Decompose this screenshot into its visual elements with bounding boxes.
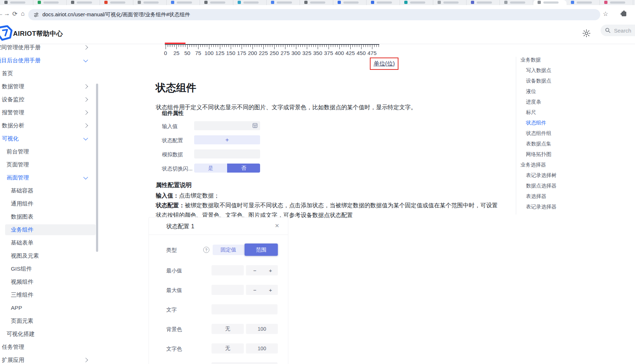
browser-tab[interactable]	[300, 0, 333, 5]
ruler-tick	[322, 45, 322, 47]
sidebar-item[interactable]: 设备监控	[0, 93, 101, 106]
sidebar-item[interactable]: 页面管理	[0, 158, 101, 171]
toc-item[interactable]: 状态组件组	[516, 128, 635, 139]
sidebar-item[interactable]: 数据图表	[0, 210, 101, 223]
toc-item[interactable]: 标尺	[516, 107, 635, 118]
segmented-option-selected[interactable]: 范围	[245, 244, 278, 256]
browser-tab[interactable]	[200, 0, 233, 5]
sidebar-item[interactable]: 画面管理	[0, 171, 101, 184]
sidebar-item[interactable]: APP	[0, 301, 101, 314]
browser-tab[interactable]	[600, 0, 633, 5]
toc-item[interactable]: 网络拓扑图	[516, 149, 635, 160]
toc-item[interactable]: 状态组件	[516, 118, 635, 128]
browser-tab[interactable]	[567, 0, 600, 5]
sidebar-item[interactable]: 前台管理	[0, 145, 101, 158]
stepper-minus-button[interactable]: −	[253, 267, 256, 274]
address-bar[interactable]: docs.airiot.cn/user-manual/可视化/画面管理/业务组件…	[28, 9, 600, 20]
browser-tab[interactable]	[367, 0, 400, 5]
sidebar-item[interactable]: 三维组件	[0, 288, 101, 301]
opacity-value-box[interactable]: 100	[246, 324, 278, 334]
toc-item[interactable]: 表记录选择器	[516, 202, 635, 212]
ruler-tick	[307, 45, 307, 49]
toggle-option[interactable]: 否	[227, 164, 260, 173]
number-input[interactable]	[212, 285, 244, 295]
toc-item[interactable]: 业务选择器	[516, 160, 635, 170]
sidebar-item[interactable]: 任务管理	[0, 340, 101, 354]
toc-item[interactable]: 表选择器	[516, 191, 635, 202]
sidebar-item[interactable]: 视频组件	[0, 275, 101, 288]
opacity-value-box[interactable]: 100	[246, 343, 278, 354]
sidebar-item[interactable]: 基础表单	[0, 236, 101, 249]
browser-tab[interactable]	[0, 0, 33, 5]
browser-tab[interactable]	[433, 0, 467, 5]
toc-item[interactable]: 业务数据	[516, 55, 635, 65]
stepper-plus-button[interactable]: +	[269, 267, 272, 274]
sidebar-item-label: APP	[11, 305, 22, 311]
add-state-button[interactable]: +	[194, 135, 260, 144]
close-icon[interactable]: ✕	[275, 223, 279, 229]
sidebar-item[interactable]: 可视化	[0, 132, 101, 145]
text-input[interactable]	[212, 304, 277, 314]
reload-icon[interactable]: ⟳	[11, 10, 18, 18]
browser-tab[interactable]	[100, 0, 133, 5]
airiot-logo-icon[interactable]	[0, 25, 13, 41]
browser-tab[interactable]	[467, 0, 500, 5]
browser-tab[interactable]	[133, 0, 167, 5]
forward-icon[interactable]: →	[3, 10, 11, 17]
sidebar-item[interactable]: 首页	[0, 67, 101, 80]
browser-tab[interactable]	[233, 0, 267, 5]
site-settings-icon[interactable]	[33, 12, 39, 18]
number-input[interactable]	[212, 265, 244, 275]
sidebar-item[interactable]: 扩展应用	[0, 354, 101, 364]
sidebar-item[interactable]: 通用组件	[0, 197, 101, 210]
browser-tab[interactable]	[167, 0, 200, 5]
sidebar-item[interactable]: 页面元素	[0, 314, 101, 327]
form-input[interactable]	[194, 149, 260, 158]
browser-tab[interactable]	[533, 0, 567, 5]
toc-item[interactable]: 数据点选择器	[516, 181, 635, 191]
ruler-tick	[196, 45, 196, 47]
toc-item[interactable]: 写入数据点	[516, 65, 635, 76]
stepper-plus-button[interactable]: +	[269, 287, 272, 293]
toggle-option[interactable]: 是	[194, 164, 227, 173]
sidebar-item[interactable]: 数据管理	[0, 80, 101, 93]
browser-tab[interactable]	[67, 0, 100, 5]
sidebar-item[interactable]: 报警管理	[0, 106, 101, 119]
sidebar-item[interactable]: 数据分析	[0, 119, 101, 132]
help-icon[interactable]: ?	[203, 247, 209, 253]
sidebar-scrollbar[interactable]	[96, 84, 98, 252]
bookmark-star-icon[interactable]: ☆	[603, 10, 608, 18]
search-box[interactable]: Search	[601, 25, 635, 36]
browser-tab[interactable]	[500, 0, 533, 5]
browser-tab[interactable]	[400, 0, 433, 5]
toc-item[interactable]: 液位	[516, 86, 635, 97]
sidebar-item[interactable]: 视图及元素	[0, 249, 101, 262]
ruler-tick	[237, 45, 238, 47]
toc-item[interactable]: 表数据点集	[516, 139, 635, 149]
toc: 业务数据写入数据点设备数据点液位进度条标尺状态组件状态组件组表数据点集网络拓扑图…	[516, 55, 635, 212]
toc-item[interactable]: 设备数据点	[516, 76, 635, 86]
extensions-icon[interactable]	[622, 12, 626, 16]
sidebar-item[interactable]: 项目后台使用手册	[0, 54, 101, 67]
browser-tab[interactable]	[267, 0, 300, 5]
segmented-option[interactable]: 固定值	[213, 245, 244, 255]
browser-tab[interactable]	[33, 0, 67, 5]
color-value-box[interactable]: 无	[212, 343, 244, 354]
sidebar-item[interactable]: 基础容器	[0, 184, 101, 197]
sidebar-item[interactable]: 空间管理使用手册	[0, 44, 101, 54]
home-icon[interactable]: ⌂	[19, 10, 26, 17]
sidebar-item[interactable]: 可视化搭建	[0, 327, 101, 340]
browser-tab[interactable]	[333, 0, 367, 5]
bind-data-table-icon[interactable]	[252, 123, 258, 128]
sidebar-item[interactable]: GIS组件	[0, 262, 101, 275]
theme-toggle-sun-icon[interactable]	[582, 29, 591, 38]
form-input[interactable]	[194, 121, 260, 130]
tab-favicon-icon	[4, 1, 8, 4]
url-text[interactable]: docs.airiot.cn/user-manual/可视化/画面管理/业务组件…	[42, 11, 190, 18]
ruler-tick	[211, 45, 212, 47]
toc-item[interactable]: 进度条	[516, 97, 635, 107]
stepper-minus-button[interactable]: −	[253, 287, 256, 293]
color-value-box[interactable]: 无	[212, 324, 244, 334]
sidebar-item[interactable]: 业务组件	[0, 223, 101, 236]
toc-item[interactable]: 表记录选择树	[516, 170, 635, 181]
